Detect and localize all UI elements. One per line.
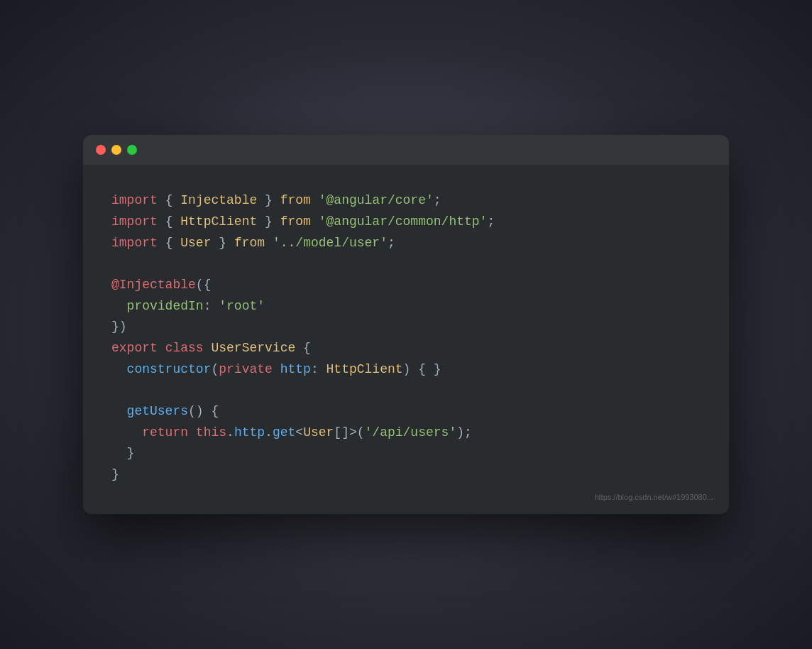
- code-line-1: import { Injectable } from '@angular/cor…: [111, 190, 701, 212]
- code-editor: import { Injectable } from '@angular/cor…: [83, 165, 729, 514]
- code-line-12: return this.http.get<User[]>('/api/users…: [111, 422, 701, 444]
- code-line-2: import { HttpClient } from '@angular/com…: [111, 212, 701, 233]
- code-window: import { Injectable } from '@angular/cor…: [83, 135, 729, 514]
- code-line-14: }: [111, 464, 701, 486]
- code-line-8: export class UserService {: [111, 338, 701, 359]
- maximize-button[interactable]: [127, 145, 137, 155]
- code-line-3: import { User } from '../model/user';: [111, 233, 701, 254]
- code-line-5: @Injectable({: [111, 275, 701, 296]
- blank-line-10: [111, 380, 701, 401]
- blank-line-4: [111, 253, 701, 275]
- code-line-9: constructor(private http: HttpClient) { …: [111, 359, 701, 381]
- code-line-13: }: [111, 443, 701, 464]
- code-line-6: providedIn: 'root': [111, 296, 701, 317]
- code-line-7: }): [111, 317, 701, 338]
- titlebar: [83, 135, 729, 165]
- close-button[interactable]: [96, 145, 106, 155]
- code-line-11: getUsers() {: [111, 401, 701, 422]
- minimize-button[interactable]: [111, 145, 121, 155]
